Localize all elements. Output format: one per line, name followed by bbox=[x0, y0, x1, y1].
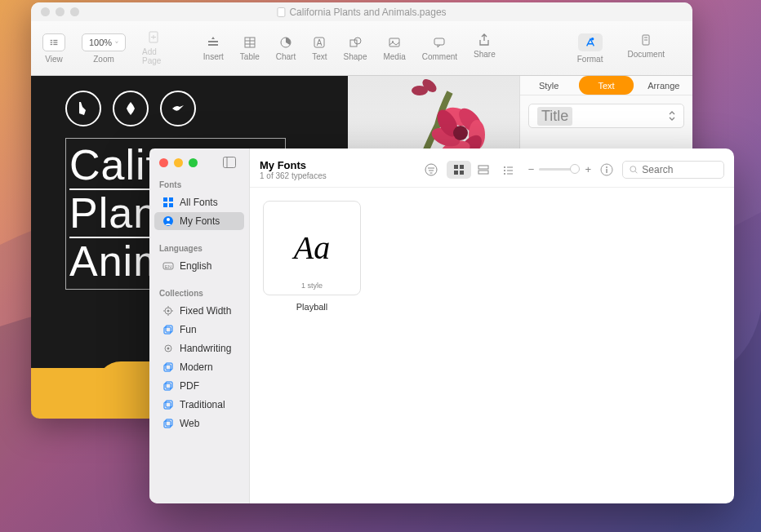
sidebar-item-fun[interactable]: Fun bbox=[154, 321, 244, 339]
format-button[interactable] bbox=[578, 33, 603, 51]
comment-button[interactable] bbox=[433, 36, 446, 49]
view-button[interactable] bbox=[42, 33, 65, 51]
minus-icon[interactable]: − bbox=[528, 163, 535, 175]
window-title: California Plants and Animals.pages bbox=[289, 7, 446, 18]
font-card[interactable]: Aa 1 style bbox=[263, 201, 361, 295]
slider-knob[interactable] bbox=[570, 164, 580, 174]
svg-rect-42 bbox=[163, 197, 167, 202]
table-button[interactable] bbox=[243, 36, 256, 49]
filter-icon[interactable] bbox=[424, 162, 438, 177]
svg-rect-1 bbox=[51, 42, 53, 42]
size-slider[interactable]: − + bbox=[528, 163, 591, 175]
svg-point-68 bbox=[425, 164, 437, 175]
paragraph-style-value: Title bbox=[537, 107, 572, 126]
document-button[interactable] bbox=[639, 33, 652, 47]
svg-rect-60 bbox=[164, 365, 171, 371]
text-button[interactable]: A bbox=[313, 36, 326, 49]
info-icon[interactable] bbox=[599, 162, 614, 177]
sidebar-item-label: Traditional bbox=[180, 399, 225, 410]
svg-point-51 bbox=[167, 310, 170, 313]
collection-icon bbox=[162, 418, 174, 429]
rows-view-button[interactable] bbox=[471, 161, 496, 179]
sidebar-item-fixed-width[interactable]: Fixed Width bbox=[154, 302, 244, 320]
svg-text:A: A bbox=[317, 38, 323, 47]
leaf-icon bbox=[113, 91, 149, 126]
font-tile[interactable]: Aa 1 style Playball bbox=[263, 201, 361, 312]
format-label: Format bbox=[577, 55, 603, 64]
collection-icon bbox=[162, 399, 174, 410]
view-label: View bbox=[45, 55, 63, 64]
search-input[interactable] bbox=[642, 164, 717, 175]
paragraph-style-select[interactable]: Title bbox=[528, 104, 684, 128]
add-page-label: Add Page bbox=[142, 47, 166, 65]
svg-rect-3 bbox=[53, 39, 57, 40]
minimize-button[interactable] bbox=[56, 7, 65, 16]
zoom-select[interactable]: 100% bbox=[82, 33, 126, 51]
share-button[interactable] bbox=[478, 33, 491, 47]
svg-rect-66 bbox=[164, 421, 171, 428]
chart-button[interactable] bbox=[279, 36, 292, 49]
sidebar-header-fonts: Fonts bbox=[149, 167, 249, 193]
svg-rect-0 bbox=[51, 39, 53, 40]
svg-rect-56 bbox=[164, 327, 171, 334]
grid-view-button[interactable] bbox=[447, 161, 471, 179]
slider-track[interactable] bbox=[539, 168, 580, 171]
shape-button[interactable] bbox=[349, 36, 362, 49]
media-button[interactable] bbox=[388, 36, 401, 49]
sidebar-toggle-icon[interactable] bbox=[223, 157, 236, 168]
minimize-button[interactable] bbox=[174, 158, 183, 167]
svg-point-78 bbox=[504, 166, 505, 168]
svg-rect-67 bbox=[166, 419, 172, 426]
svg-rect-76 bbox=[478, 166, 488, 169]
svg-rect-63 bbox=[166, 382, 172, 388]
inspector-tab-arrange[interactable]: Arrange bbox=[637, 76, 691, 95]
svg-rect-57 bbox=[166, 326, 172, 332]
view-mode-toggle bbox=[447, 161, 520, 179]
sidebar-item-handwriting[interactable]: Handwriting bbox=[154, 339, 244, 357]
insert-button[interactable] bbox=[207, 36, 220, 49]
close-button[interactable] bbox=[159, 158, 168, 167]
close-button[interactable] bbox=[41, 7, 50, 16]
list-view-button[interactable] bbox=[496, 161, 520, 179]
svg-rect-77 bbox=[478, 171, 488, 174]
sidebar-item-traditional[interactable]: Traditional bbox=[154, 396, 244, 414]
sidebar-item-label: My Fonts bbox=[180, 215, 220, 227]
fullscreen-button[interactable] bbox=[189, 158, 198, 167]
svg-rect-22 bbox=[434, 38, 444, 45]
svg-rect-75 bbox=[460, 171, 464, 175]
sidebar-item-label: Fixed Width bbox=[180, 305, 231, 317]
document-icon bbox=[277, 7, 285, 17]
sidebar-item-english[interactable]: EN English bbox=[154, 257, 244, 275]
pages-toolbar: View 100% Zoom Add Page Insert bbox=[31, 21, 692, 76]
sidebar-item-web[interactable]: Web bbox=[154, 415, 244, 432]
svg-point-23 bbox=[590, 37, 594, 40]
search-field[interactable] bbox=[622, 161, 724, 179]
fontbook-sidebar: Fonts All Fonts My Fonts Languages EN En… bbox=[149, 149, 250, 503]
sidebar-item-all-fonts[interactable]: All Fonts bbox=[154, 193, 244, 211]
svg-rect-5 bbox=[53, 43, 57, 44]
inspector-tab-text[interactable]: Text bbox=[579, 76, 633, 95]
sidebar-item-label: Fun bbox=[180, 324, 197, 335]
svg-rect-4 bbox=[53, 42, 57, 42]
sidebar-item-modern[interactable]: Modern bbox=[154, 358, 244, 376]
svg-rect-74 bbox=[454, 171, 458, 175]
media-label: Media bbox=[383, 52, 405, 61]
gear-icon bbox=[162, 305, 174, 317]
svg-rect-10 bbox=[208, 44, 218, 46]
table-label: Table bbox=[240, 52, 260, 61]
fontbook-subtitle: 1 of 362 typefaces bbox=[260, 171, 327, 180]
sidebar-item-pdf[interactable]: PDF bbox=[154, 377, 244, 395]
svg-point-34 bbox=[453, 126, 468, 140]
collection-icon bbox=[162, 380, 174, 392]
california-icon bbox=[65, 91, 101, 126]
plus-icon[interactable]: + bbox=[585, 163, 591, 175]
sidebar-item-label: English bbox=[180, 260, 211, 272]
sidebar-header-collections: Collections bbox=[149, 276, 249, 301]
chevron-updown-icon bbox=[669, 111, 675, 121]
sidebar-item-my-fonts[interactable]: My Fonts bbox=[154, 212, 244, 230]
comment-label: Comment bbox=[422, 52, 457, 61]
chart-label: Chart bbox=[276, 52, 296, 61]
fullscreen-button[interactable] bbox=[70, 7, 79, 16]
inspector-tab-style[interactable]: Style bbox=[522, 76, 576, 95]
svg-point-19 bbox=[354, 38, 361, 44]
